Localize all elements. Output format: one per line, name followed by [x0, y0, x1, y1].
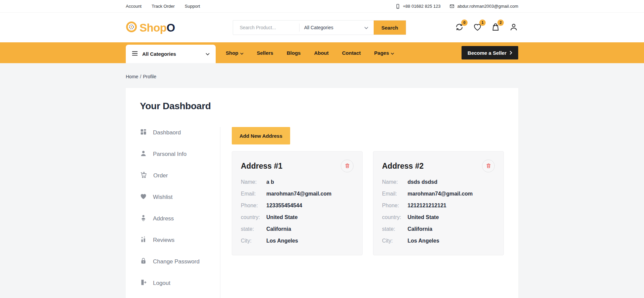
field-label: country: [241, 214, 266, 221]
field-value: United State [266, 214, 298, 221]
sidebar-item-logout[interactable]: Logout [140, 278, 220, 288]
chevron-down-icon [364, 25, 368, 30]
sidebar-item-reviews[interactable]: Reviews [140, 235, 220, 245]
delete-address-button[interactable] [341, 160, 354, 172]
field-label: Email: [382, 190, 408, 198]
field-label: City: [241, 237, 266, 245]
nav-link-blogs[interactable]: Blogs [287, 50, 301, 56]
email-address: abdur.rohman2003@gmail.com [457, 4, 518, 9]
logo[interactable]: ShopO [126, 21, 175, 34]
sidebar-item-order[interactable]: Order [140, 171, 220, 181]
topbar-contact: +88 01682 825 123 abdur.rohman2003@gmail… [395, 4, 518, 9]
field-value: 123355454544 [266, 202, 302, 209]
search-button[interactable]: Search [374, 20, 406, 35]
chevron-down-icon [240, 50, 244, 56]
topbar-link-account[interactable]: Account [126, 4, 142, 9]
compare-count-badge: 0 [461, 19, 468, 26]
sidebar-item-label: Logout [153, 280, 170, 287]
sidebar-item-wishlist[interactable]: Wishlist [140, 192, 220, 202]
logout-icon [140, 279, 147, 288]
dashboard-card: Your Dashboard Dashbaord Parsonal Info [126, 88, 518, 298]
person-icon [140, 150, 147, 159]
sidebar-item-label: Parsonal Info [153, 151, 186, 158]
field-value: Los Angeles [266, 237, 298, 245]
nav-link-about[interactable]: About [314, 50, 328, 56]
search-category-select[interactable]: All Categories [300, 20, 374, 35]
field-value: dsds dsdsd [408, 178, 437, 186]
sidebar-item-address[interactable]: Address [140, 214, 220, 224]
sidebar-item-label: Reviews [153, 237, 174, 244]
sidebar-item-label: Address [153, 215, 174, 222]
dashboard-grid-icon [140, 128, 147, 137]
cart-button[interactable]: 2 [491, 23, 500, 33]
page-title: Your Dashboard [140, 101, 504, 112]
breadcrumb: Home/Profile [126, 63, 518, 79]
cart-icon [140, 171, 147, 180]
nav-links: Shop Sellers Blogs About Contact Pages [226, 50, 394, 56]
account-button[interactable] [509, 23, 518, 33]
hamburger-icon [132, 51, 138, 57]
all-categories-dropdown[interactable]: All Categories [126, 45, 216, 63]
field-label: Name: [241, 178, 266, 186]
wishlist-count-badge: 1 [479, 19, 486, 26]
address-content: Add New Address Address #1 Name:a [220, 127, 504, 298]
field-label: country: [382, 214, 408, 221]
trash-icon [486, 163, 491, 170]
field-value: California [408, 225, 432, 233]
chevron-down-icon [391, 50, 394, 56]
field-value: Los Angeles [408, 237, 439, 245]
nav-link-sellers[interactable]: Sellers [257, 50, 273, 56]
compare-button[interactable]: 0 [455, 23, 464, 33]
field-label: state: [241, 225, 266, 233]
address-card-2: Address #2 Name:dsds dsdsd Email:marohma… [373, 151, 504, 255]
topbar-link-support[interactable]: Support [185, 4, 200, 9]
email-contact[interactable]: abdur.rohman2003@gmail.com [449, 4, 518, 9]
field-value: United State [408, 214, 439, 221]
user-icon [509, 23, 518, 33]
sidebar-item-dashboard[interactable]: Dashbaord [140, 128, 220, 138]
nav-link-shop[interactable]: Shop [226, 50, 244, 56]
become-seller-button[interactable]: Become a Seller [462, 46, 518, 59]
breadcrumb-current: Profile [143, 74, 156, 79]
chevron-down-icon [206, 53, 210, 55]
chevron-right-icon [509, 50, 512, 56]
address-card-1: Address #1 Name:a b Email:marohman74@gma… [232, 151, 363, 255]
field-label: Phone: [241, 202, 266, 209]
phone-icon [395, 4, 400, 9]
page-area: Home/Profile Your Dashboard Dashbaord Pa… [0, 63, 644, 298]
cart-count-badge: 2 [497, 19, 504, 26]
sidebar-item-label: Wishlist [153, 194, 173, 201]
address-card-title: Address #2 [382, 162, 424, 171]
search-category-value: All Categories [304, 25, 333, 30]
field-value: 1212121212121 [408, 202, 446, 209]
header: ShopO All Categories Search 0 [0, 13, 644, 42]
field-value: a b [266, 178, 274, 186]
sidebar-item-change-password[interactable]: Change Password [140, 257, 220, 267]
trash-icon [344, 163, 350, 170]
delete-address-button[interactable] [482, 160, 495, 172]
search-input[interactable] [233, 20, 299, 35]
wishlist-button[interactable]: 1 [473, 23, 482, 33]
all-categories-label: All Categories [142, 51, 176, 57]
topbar-link-track-order[interactable]: Track Order [152, 4, 175, 9]
search-bar: All Categories Search [233, 20, 406, 35]
address-card-title: Address #1 [241, 162, 282, 171]
phone-contact[interactable]: +88 01682 825 123 [395, 4, 440, 9]
topbar: Account Track Order Support +88 01682 82… [0, 0, 644, 13]
field-label: state: [382, 225, 408, 233]
reviews-icon [140, 236, 147, 245]
sidebar-item-personal-info[interactable]: Parsonal Info [140, 149, 220, 159]
nav-link-pages[interactable]: Pages [374, 50, 394, 56]
sidebar-item-label: Order [153, 172, 168, 179]
breadcrumb-separator: / [140, 74, 141, 79]
nav-link-contact[interactable]: Contact [342, 50, 361, 56]
field-label: Name: [382, 178, 408, 186]
field-value: California [266, 225, 291, 233]
field-label: City: [382, 237, 408, 245]
field-value: marohman74@gmail.com [408, 190, 473, 198]
field-value: marohman74@gmail.com [266, 190, 331, 198]
dashboard-sidebar: Dashbaord Parsonal Info Order [140, 127, 220, 298]
breadcrumb-home[interactable]: Home [126, 74, 138, 79]
add-new-address-button[interactable]: Add New Address [232, 127, 290, 144]
lock-icon [140, 257, 147, 266]
